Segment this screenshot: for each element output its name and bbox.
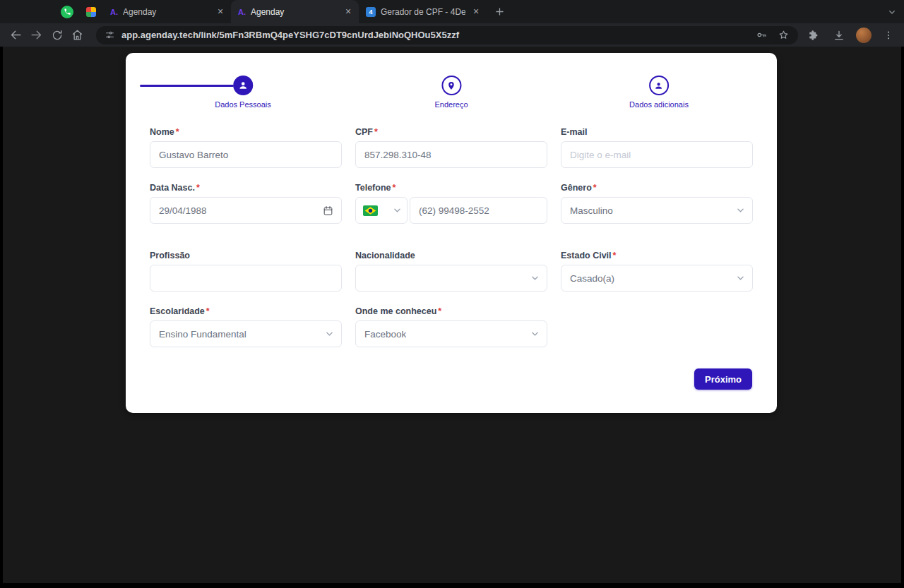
person-icon (238, 80, 248, 90)
genero-select[interactable]: Masculino (561, 197, 753, 224)
reload-button[interactable] (47, 25, 67, 45)
tab-title: Agenday (123, 7, 210, 17)
field-estado-civil: Estado Civil* Casado(a) (561, 239, 753, 292)
step-label: Dados Pessoais (215, 100, 271, 109)
step-endereco[interactable]: Endereço (434, 76, 468, 109)
nacionalidade-select[interactable] (355, 265, 547, 292)
avatar (856, 28, 872, 43)
field-label: E-mail (561, 127, 753, 138)
downloads-icon[interactable] (828, 25, 849, 45)
country-code-select[interactable] (355, 197, 408, 224)
browser-window: A. Agenday × A. Agenday × 4 Gerador de C… (0, 0, 904, 588)
telefone-input[interactable] (410, 197, 547, 224)
browser-toolbar: app.agenday.tech/link/5mFn3RBmQ4peYSHG7c… (0, 23, 904, 47)
calendar-icon[interactable] (323, 205, 333, 216)
colorful-grid-icon (86, 7, 96, 17)
chevron-down-icon (532, 276, 538, 280)
required-marker: * (593, 183, 597, 193)
field-label: Nome* (150, 127, 342, 138)
step-dados-pessoais[interactable]: Dados Pessoais (215, 76, 271, 109)
step-circle-active (233, 76, 253, 95)
required-marker: * (438, 306, 441, 316)
field-label: Gênero* (561, 183, 753, 194)
estado-civil-select[interactable]: Casado(a) (561, 265, 753, 292)
next-button[interactable]: Próximo (694, 368, 752, 390)
field-onde-conheceu: Onde me conheceu* Facebook (355, 306, 547, 347)
tab-gerador-cpf[interactable]: 4 Gerador de CPF - 4Devs × (359, 0, 487, 23)
location-pin-icon (447, 81, 456, 90)
4devs-favicon: 4 (366, 7, 376, 17)
field-telefone: Telefone* (355, 183, 547, 224)
tab-title: Agenday (251, 7, 338, 17)
required-marker: * (613, 251, 617, 260)
select-value: Facebook (364, 329, 406, 340)
chevron-down-icon (737, 276, 744, 280)
field-profissao: Profissão (150, 239, 342, 292)
cpf-input[interactable] (355, 141, 547, 168)
field-nacionalidade: Nacionalidade (355, 239, 547, 292)
close-icon[interactable]: × (470, 6, 482, 18)
escolaridade-select[interactable]: Ensino Fundamental (150, 320, 342, 347)
data-nasc-input[interactable] (150, 197, 342, 224)
field-genero: Gênero* Masculino (561, 183, 753, 224)
registration-form-card: Dados Pessoais Endereço Dados adicionais (126, 53, 777, 413)
step-label: Dados adicionais (629, 100, 689, 109)
chevron-down-icon (737, 208, 744, 212)
forward-button[interactable] (26, 25, 47, 45)
bookmark-star-icon[interactable] (778, 29, 790, 41)
field-label: Escolaridade* (150, 306, 342, 318)
address-bar[interactable]: app.agenday.tech/link/5mFn3RBmQ4peYSHG7c… (96, 26, 798, 44)
required-marker: * (374, 127, 378, 137)
field-data-nasc: Data Nasc.* (150, 183, 342, 224)
select-value: Casado(a) (570, 273, 614, 284)
step-label: Endereço (434, 100, 468, 109)
field-cpf: CPF* (355, 127, 547, 168)
home-button[interactable] (67, 25, 88, 45)
pinned-tab-whatsapp[interactable] (55, 0, 79, 23)
tab-strip: A. Agenday × A. Agenday × 4 Gerador de C… (0, 0, 904, 23)
chevron-down-icon (394, 208, 400, 212)
email-input[interactable] (561, 141, 753, 168)
back-button[interactable] (6, 25, 26, 45)
field-email: E-mail (561, 127, 753, 168)
field-nome: Nome* (150, 127, 342, 168)
brazil-flag-icon (363, 205, 378, 216)
browser-menu-kebab-icon[interactable] (878, 25, 898, 45)
profile-avatar[interactable] (853, 25, 874, 45)
page-background: Dados Pessoais Endereço Dados adicionais (3, 47, 901, 583)
profissao-input[interactable] (150, 265, 342, 292)
password-key-icon[interactable] (756, 29, 768, 41)
field-label: Nacionalidade (355, 251, 547, 262)
stepper: Dados Pessoais Endereço Dados adicionais (126, 53, 777, 127)
select-value: Masculino (570, 205, 613, 216)
chevron-down-icon (532, 332, 538, 336)
field-label: Profissão (150, 251, 342, 262)
pinned-tab-colorful[interactable] (79, 0, 103, 23)
field-label: Onde me conheceu* (355, 306, 547, 318)
step-circle (441, 76, 461, 95)
close-icon[interactable]: × (215, 6, 226, 18)
tab-agenday-2-active[interactable]: A. Agenday × (231, 0, 359, 23)
close-icon[interactable]: × (343, 6, 354, 18)
date-value[interactable] (159, 205, 323, 216)
chevron-down-icon (326, 332, 333, 336)
step-circle (649, 76, 669, 95)
toolbar-right-icons (804, 25, 898, 45)
required-marker: * (206, 306, 210, 316)
extensions-puzzle-icon[interactable] (804, 25, 824, 45)
step-dados-adicionais[interactable]: Dados adicionais (629, 76, 689, 109)
required-marker: * (392, 183, 396, 193)
select-value: Ensino Fundamental (159, 329, 246, 340)
tab-search-chevron-icon[interactable] (880, 6, 904, 18)
new-tab-button[interactable] (489, 2, 509, 22)
onde-conheceu-select[interactable]: Facebook (355, 320, 547, 347)
agenday-favicon: A. (238, 8, 246, 16)
tab-agenday-1[interactable]: A. Agenday × (103, 0, 231, 23)
whatsapp-icon (61, 6, 73, 18)
url-text: app.agenday.tech/link/5mFn3RBmQ4peYSHG7c… (121, 30, 746, 40)
form-grid: Nome* CPF* E-mail Data Nasc.* (150, 127, 753, 347)
person-info-icon (655, 81, 664, 90)
nome-input[interactable] (150, 141, 342, 168)
field-label: Estado Civil* (561, 251, 753, 262)
site-settings-icon[interactable] (105, 30, 115, 40)
